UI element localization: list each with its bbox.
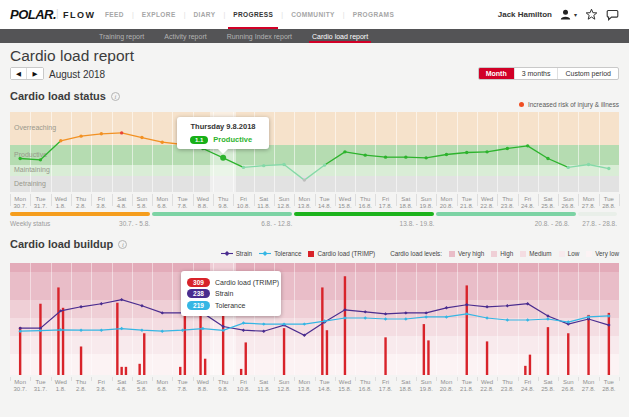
x-axis-day-label: Fri17.8. (375, 196, 395, 209)
x-axis-tick (558, 194, 559, 206)
trimp-swatch (308, 251, 314, 257)
weekly-status-bars[interactable] (10, 212, 619, 216)
status-section-title: Cardio load statusi (10, 90, 120, 102)
feedback-chat-icon[interactable] (606, 9, 619, 21)
period-label: August 2018 (49, 69, 105, 80)
legend-trimp: Cardio load (TRIMP) (308, 250, 375, 257)
x-axis-day-label: Sun26.8. (558, 379, 578, 392)
tooltip-series-label: Cardio load (TRIMP) (215, 279, 279, 286)
nav-separator: | (56, 8, 59, 19)
level-swatch (491, 251, 497, 257)
x-axis-tick (416, 377, 417, 381)
period-button-month[interactable]: Month (479, 68, 514, 79)
main-menu-item-programs[interactable]: PROGRAMS (345, 0, 402, 29)
x-axis-day-label: Mon27.8. (578, 196, 598, 209)
x-axis-tick (538, 194, 539, 206)
main-menu-item-explore[interactable]: EXPLORE (134, 0, 184, 29)
x-axis-day-label: Sat11.8. (254, 379, 274, 392)
x-axis-tick (233, 377, 234, 381)
x-axis-tick (315, 377, 316, 381)
tooltip-row: 1.1Productive (181, 135, 265, 144)
x-axis-tick (355, 377, 356, 381)
main-menu-item-community[interactable]: COMMUNITY (283, 0, 343, 29)
sub-nav-item-running-index-report[interactable]: Running Index report (227, 29, 292, 43)
x-axis-day-label: Sun26.8. (558, 196, 578, 209)
risk-dot-icon (519, 102, 524, 107)
x-axis-day-label: Tue31.7. (30, 379, 50, 392)
cardio-load-buildup-chart[interactable]: 309Cardio load (TRIMP)238Strain219Tolera… (10, 263, 619, 375)
x-axis-day-label: Thu2.8. (71, 196, 91, 209)
x-axis-tick (233, 194, 234, 206)
x-axis-day-label: Sun5.8. (132, 379, 152, 392)
x-axis-tick (497, 194, 498, 206)
tooltip-date: Thursday 9.8.2018 (181, 122, 265, 131)
sub-nav-item-activity-report[interactable]: Activity report (164, 29, 206, 43)
x-axis-day-label: Mon30.7. (10, 379, 30, 392)
x-axis-day-label: Fri3.8. (91, 379, 111, 392)
x-axis-tick (71, 194, 72, 206)
cardio-load-status-chart[interactable]: OverreachingProductiveMaintainingDetrain… (10, 112, 619, 192)
main-menu-item-feed[interactable]: FEED (97, 0, 132, 29)
x-axis-tick (152, 377, 153, 381)
info-icon[interactable]: i (111, 92, 120, 101)
period-button-3-months[interactable]: 3 months (514, 68, 558, 79)
x-axis-day-label: Sat4.8. (112, 379, 132, 392)
info-icon[interactable]: i (118, 240, 127, 249)
x-axis-day-label: Mon6.8. (152, 379, 172, 392)
weekly-status-labels: Weekly status 30.7. - 5.8.6.8. - 12.8.13… (0, 220, 629, 230)
level-swatch (559, 251, 565, 257)
polar-logo[interactable]: POLAR. (10, 7, 56, 22)
x-axis-day-label: Wed15.8. (335, 196, 355, 209)
main-menu-item-progress[interactable]: PROGRESS (225, 0, 281, 29)
x-axis-tick (335, 194, 336, 206)
x-axis-day-label: Tue7.8. (172, 379, 192, 392)
next-period-button[interactable]: ▶ (27, 68, 43, 79)
favorites-star-icon[interactable] (585, 8, 598, 21)
x-axis-day-label: Tue7.8. (172, 196, 192, 209)
x-axis-day-label: Tue28.8. (599, 196, 619, 209)
x-axis-tick (436, 194, 437, 206)
caret-down-icon: ▾ (574, 11, 577, 18)
x-axis-day-label: Tue14.8. (315, 379, 335, 392)
main-menu-item-diary[interactable]: DIARY (185, 0, 223, 29)
x-axis-tick (112, 194, 113, 206)
x-axis-day-label: Sun12.8. (274, 196, 294, 209)
x-axis-tick (477, 194, 478, 206)
buildup-tooltip: 309Cardio load (TRIMP)238Strain219Tolera… (181, 271, 281, 316)
x-axis-tick (91, 377, 92, 381)
x-axis-tick (335, 377, 336, 381)
x-axis-tick (315, 194, 316, 206)
tooltip-row: 238Strain (187, 289, 275, 298)
x-axis-tick (132, 377, 133, 381)
buildup-section-title: Cardio load buildupi (10, 238, 127, 250)
period-button-custom-period[interactable]: Custom period (557, 68, 618, 79)
x-axis-day-label: Tue28.8. (599, 379, 619, 392)
sub-nav-item-cardio-load-report[interactable]: Cardio load report (312, 29, 368, 43)
main-menu: FEED|EXPLORE|DIARY|PROGRESS|COMMUNITY|PR… (97, 0, 402, 29)
x-axis-day-label: Thu23.8. (497, 379, 517, 392)
x-axis-tick (172, 194, 173, 206)
weekly-range-label: 30.7. - 5.8. (119, 220, 150, 227)
x-axis-day-label: Wed1.8. (51, 196, 71, 209)
level-swatch (586, 251, 592, 257)
weekly-range-label: 13.8. - 19.8. (400, 220, 435, 227)
sub-nav-item-training-report[interactable]: Training report (99, 29, 144, 43)
x-axis-day-label: Wed15.8. (335, 379, 355, 392)
tooltip-value-badge: 1.1 (190, 136, 208, 144)
x-axis-tick (457, 194, 458, 206)
x-axis-day-label: Thu9.8. (213, 196, 233, 209)
user-icon[interactable] (560, 9, 571, 20)
x-axis-tick (578, 377, 579, 381)
x-axis-tick (254, 377, 255, 381)
x-axis-day-label: Fri10.8. (233, 196, 253, 209)
flow-brand[interactable]: FLOW (63, 10, 96, 20)
user-name[interactable]: Jack Hamilton (498, 10, 552, 19)
sub-nav: Training reportActivity reportRunning In… (0, 29, 629, 43)
x-axis-tick (51, 377, 52, 381)
prev-period-button[interactable]: ◀ (11, 68, 27, 79)
x-axis-day-label: Sat18.8. (396, 196, 416, 209)
x-axis-day-label: Sun19.8. (416, 379, 436, 392)
x-axis-tick (294, 377, 295, 381)
weekly-status-bar (10, 212, 150, 216)
x-axis-tick (274, 377, 275, 381)
